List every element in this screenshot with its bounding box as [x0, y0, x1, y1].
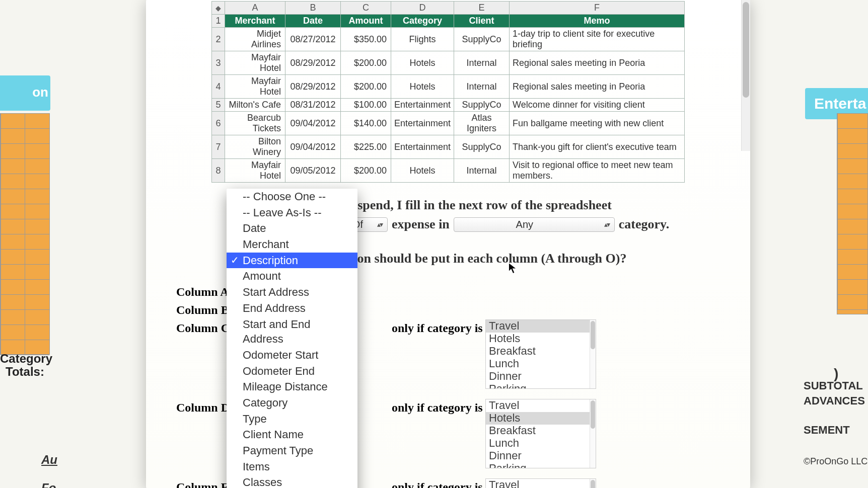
cell-client: SupplyCo [454, 28, 510, 51]
cell-merchant: Midjet Airlines [225, 28, 285, 51]
category-list-e[interactable]: TravelHotelsBreakfast [485, 478, 596, 488]
category-option[interactable]: Hotels [486, 412, 596, 425]
cell-category: Hotels [391, 159, 454, 183]
cell-client: SupplyCo [454, 135, 510, 159]
panel-scrollbar[interactable] [741, 0, 750, 151]
table-row: 8Mayfair Hotel09/05/2012$200.00HotelsInt… [212, 159, 685, 183]
chevron-updown-icon: ▴▾ [377, 220, 382, 228]
dropdown-option[interactable]: Items [227, 459, 357, 475]
dropdown-option[interactable]: Payment Type [227, 443, 357, 459]
cell-date: 08/31/2012 [285, 99, 341, 112]
sheet-corner: ◆ [212, 2, 225, 15]
dropdown-option[interactable]: Classes [227, 474, 357, 488]
cell-amount: $350.00 [341, 28, 391, 51]
cell-category: Hotels [391, 75, 454, 99]
cell-memo: 1-day trip to client site for executive … [510, 28, 685, 51]
table-row: 7Bilton Winery09/04/2012$225.00Entertain… [212, 135, 685, 159]
cell-amount: $225.00 [341, 135, 391, 159]
bg-grid-left [0, 113, 50, 475]
dropdown-option[interactable]: Amount [227, 268, 357, 284]
row-num: 8 [212, 159, 225, 183]
only-if-d: only if category is [392, 401, 483, 415]
dropdown-option[interactable]: Odometer Start [227, 347, 357, 363]
category-select[interactable]: Any ▴▾ [454, 217, 615, 232]
category-option[interactable]: Dinner [486, 370, 596, 383]
category-option[interactable]: Dinner [486, 450, 596, 462]
cell-amount: $200.00 [341, 75, 391, 99]
only-if-c: only if category is [392, 321, 483, 335]
cell-merchant: Bearcub Tickets [225, 112, 285, 135]
cell-date: 09/04/2012 [285, 112, 341, 135]
only-if-e: only if category is [392, 480, 483, 488]
table-row: 2Midjet Airlines08/27/2012$350.00Flights… [212, 28, 685, 51]
category-totals-label: CategoryTotals: [0, 352, 50, 379]
category-option[interactable]: Parking [486, 462, 596, 468]
table-row: 3Mayfair Hotel08/29/2012$200.00HotelsInt… [212, 51, 685, 75]
dropdown-option[interactable]: Start and End Address [227, 316, 357, 347]
cell-memo: Visit to regional office to meet new tea… [510, 159, 685, 183]
category-option[interactable]: Hotels [486, 333, 596, 345]
bg-tab-left: on [0, 75, 50, 111]
hdr-amount: Amount [341, 15, 391, 28]
dropdown-option[interactable]: Odometer End [227, 363, 357, 379]
prompt-expense-in: expense in [392, 217, 450, 232]
cell-date: 09/05/2012 [285, 159, 341, 183]
bg-sement: SEMENT [803, 423, 868, 438]
category-option[interactable]: Breakfast [486, 425, 596, 437]
cell-date: 09/04/2012 [285, 135, 341, 159]
category-option[interactable]: Lunch [486, 437, 596, 450]
col-letter-f: F [510, 2, 685, 15]
hdr-memo: Memo [510, 15, 685, 28]
category-option[interactable]: Travel [486, 479, 596, 488]
category-option[interactable]: Travel [486, 320, 596, 333]
category-list-c[interactable]: TravelHotelsBreakfastLunchDinnerParking [485, 319, 596, 389]
cell-merchant: Milton's Cafe [225, 99, 285, 112]
category-value: Any [459, 219, 590, 230]
category-option[interactable]: Lunch [486, 358, 596, 370]
category-option[interactable]: Parking [486, 383, 596, 389]
cell-category: Flights [391, 28, 454, 51]
table-row: 4Mayfair Hotel08/29/2012$200.00HotelsInt… [212, 75, 685, 99]
chevron-updown-icon: ▴▾ [604, 220, 609, 228]
bg-subtotal: SUBTOTAL [803, 378, 868, 393]
hdr-date: Date [285, 15, 341, 28]
dropdown-option[interactable]: Mileage Distance [227, 379, 357, 395]
dropdown-option[interactable]: End Address [227, 300, 357, 316]
bg-advances: ADVANCES [803, 393, 868, 409]
cell-client: Internal [454, 75, 510, 99]
cell-merchant: Mayfair Hotel [225, 51, 285, 75]
category-option[interactable]: Travel [486, 399, 596, 412]
scrollbar[interactable] [590, 479, 596, 488]
category-list-d[interactable]: TravelHotelsBreakfastLunchDinnerParking [485, 399, 596, 468]
dropdown-option[interactable]: Description [227, 253, 357, 269]
category-option[interactable]: Breakfast [486, 345, 596, 358]
cell-memo: Welcome dinner for visiting client [510, 99, 685, 112]
main-panel: ◆ A B C D E F 1 Merchant Date Amount Cat… [146, 0, 750, 488]
dropdown-option[interactable]: -- Leave As-Is -- [227, 205, 357, 221]
bg-au-label: Au [41, 453, 61, 467]
col-letter-b: B [285, 2, 341, 15]
scrollbar[interactable] [590, 399, 596, 468]
dropdown-option[interactable]: -- Choose One -- [227, 189, 357, 205]
row-num: 4 [212, 75, 225, 99]
scrollbar[interactable] [590, 320, 596, 388]
dropdown-option[interactable]: Start Address [227, 284, 357, 300]
cell-category: Entertainment [391, 135, 454, 159]
col-letter-d: D [391, 2, 454, 15]
dropdown-option[interactable]: Category [227, 395, 357, 411]
column-field-dropdown[interactable]: -- Choose One ---- Leave As-Is --DateMer… [227, 189, 357, 488]
cell-client: Internal [454, 51, 510, 75]
row-num: 2 [212, 28, 225, 51]
bg-fo-label: Fo [41, 481, 61, 488]
cell-memo: Fun ballgame meeting with new client [510, 112, 685, 135]
cell-memo: Thank-you gift for client's executive te… [510, 135, 685, 159]
cell-amount: $200.00 [341, 51, 391, 75]
dropdown-option[interactable]: Date [227, 220, 357, 236]
dropdown-option[interactable]: Type [227, 411, 357, 427]
dropdown-option[interactable]: Merchant [227, 236, 357, 253]
cell-category: Entertainment [391, 112, 454, 135]
dropdown-option[interactable]: Client Name [227, 427, 357, 443]
col-letter-a: A [225, 2, 285, 15]
cell-date: 08/29/2012 [285, 51, 341, 75]
hdr-client: Client [454, 15, 510, 28]
